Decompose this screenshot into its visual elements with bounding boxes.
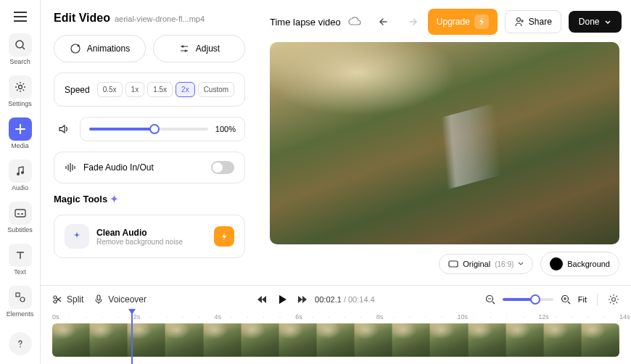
timecode: 00:02.1 / 00:14.4 bbox=[315, 295, 375, 304]
play-button[interactable] bbox=[274, 291, 290, 307]
preview-area: Time lapse video Upgrade Share Done bbox=[258, 0, 631, 285]
nav-subtitles[interactable]: Subtitles bbox=[3, 197, 38, 238]
timeline-thumbnail bbox=[279, 323, 317, 357]
speed-option[interactable]: 0.5x bbox=[97, 82, 123, 97]
nav-elements[interactable]: Elements bbox=[3, 281, 38, 322]
timeline-thumbnail bbox=[469, 323, 506, 357]
fit-button[interactable]: Fit bbox=[578, 295, 587, 304]
svg-point-2 bbox=[17, 173, 20, 175]
redo-button[interactable] bbox=[402, 14, 421, 30]
timeline-ruler[interactable]: 0s····2s····4s····6s····8s····10s····12s… bbox=[41, 313, 631, 323]
timeline-thumbnail bbox=[90, 323, 128, 357]
speed-option[interactable]: 1.5x bbox=[147, 82, 173, 97]
edit-panel: Edit Video aerial-view-drone-fl...mp4 An… bbox=[41, 0, 258, 285]
clean-audio-subtitle: Remove background noise bbox=[96, 238, 207, 246]
button-label: Voiceover bbox=[108, 294, 147, 305]
svg-point-8 bbox=[77, 45, 79, 47]
skip-forward-button[interactable] bbox=[297, 295, 308, 304]
volume-icon[interactable] bbox=[54, 119, 74, 139]
speed-option[interactable]: 1x bbox=[125, 82, 145, 97]
timeline-thumbnail bbox=[242, 323, 279, 357]
clean-audio-card[interactable]: Clean Audio Remove background noise bbox=[54, 215, 245, 258]
video-clip[interactable] bbox=[52, 323, 619, 357]
nav-label: Subtitles bbox=[7, 226, 33, 233]
timeline-thumbnail bbox=[544, 323, 582, 357]
ruler-mark: 6s bbox=[295, 313, 302, 320]
ruler-mark: 8s bbox=[376, 313, 384, 320]
person-plus-icon bbox=[514, 17, 524, 27]
shapes-icon bbox=[9, 286, 32, 309]
zoom-in-button[interactable] bbox=[561, 294, 571, 305]
music-note-icon bbox=[9, 160, 32, 183]
premium-bolt-button[interactable] bbox=[214, 226, 234, 247]
speed-control: Speed 0.5x1x1.5x2xCustom bbox=[54, 73, 245, 107]
project-name[interactable]: Time lapse video bbox=[270, 17, 341, 28]
settings-icon bbox=[9, 75, 32, 99]
svg-point-13 bbox=[54, 296, 57, 299]
undo-button[interactable] bbox=[376, 14, 395, 30]
svg-point-14 bbox=[54, 300, 57, 303]
timeline-track-area[interactable] bbox=[41, 323, 631, 364]
timeline-thumbnail bbox=[204, 323, 242, 357]
timeline-thumbnail bbox=[582, 323, 619, 357]
aspect-ratio-value: (16:9) bbox=[495, 260, 514, 268]
timeline-thumbnail bbox=[355, 323, 392, 357]
timeline-settings-button[interactable] bbox=[608, 294, 619, 305]
nav-label: Media bbox=[11, 142, 29, 149]
volume-slider[interactable]: 100% bbox=[80, 117, 245, 141]
svg-rect-5 bbox=[16, 293, 20, 297]
ruler-mark: 14s bbox=[619, 313, 630, 320]
svg-rect-12 bbox=[449, 261, 458, 267]
orbit-icon bbox=[70, 43, 81, 54]
share-button[interactable]: Share bbox=[505, 10, 561, 33]
done-button[interactable]: Done bbox=[569, 11, 622, 33]
svg-point-9 bbox=[181, 46, 183, 48]
voiceover-button[interactable]: Voiceover bbox=[94, 294, 147, 305]
timeline-area: Split Voiceover 00:02.1 / 00:14.4 Fit bbox=[41, 285, 631, 364]
skip-back-button[interactable] bbox=[257, 295, 267, 304]
timeline-thumbnail bbox=[430, 323, 468, 357]
nav-search[interactable]: Search bbox=[3, 29, 38, 70]
timeline-thumbnail bbox=[506, 323, 544, 357]
svg-point-0 bbox=[16, 41, 23, 48]
nav-settings[interactable]: Settings bbox=[3, 71, 38, 112]
timeline-thumbnail bbox=[392, 323, 430, 357]
nav-audio[interactable]: Audio bbox=[3, 155, 38, 196]
fade-audio-control: Fade Audio In/Out bbox=[54, 152, 245, 183]
menu-button[interactable] bbox=[8, 6, 33, 28]
upgrade-button[interactable]: Upgrade bbox=[428, 9, 498, 35]
animations-button[interactable]: Animations bbox=[54, 35, 146, 62]
svg-rect-15 bbox=[97, 295, 100, 300]
timeline-thumbnail bbox=[165, 323, 203, 357]
ruler-mark: 4s bbox=[214, 313, 221, 320]
aspect-ratio-button[interactable]: Original (16:9) bbox=[439, 254, 533, 274]
sliders-icon bbox=[178, 43, 190, 54]
waveform-icon bbox=[65, 162, 76, 173]
video-preview[interactable] bbox=[270, 42, 619, 244]
fade-toggle[interactable] bbox=[211, 161, 234, 174]
volume-value: 100% bbox=[215, 125, 236, 133]
ruler-mark: 10s bbox=[458, 313, 469, 320]
button-label: Done bbox=[579, 17, 600, 27]
help-button[interactable] bbox=[9, 332, 32, 355]
split-button[interactable]: Split bbox=[52, 294, 83, 305]
search-icon bbox=[9, 33, 32, 57]
playhead[interactable] bbox=[131, 310, 133, 364]
fade-label: Fade Audio In/Out bbox=[83, 162, 154, 173]
magic-tools-heading: Magic Tools ✦ bbox=[54, 194, 245, 204]
zoom-out-button[interactable] bbox=[485, 294, 495, 305]
zoom-slider[interactable] bbox=[503, 298, 553, 301]
magic-wand-icon bbox=[65, 224, 89, 249]
nav-label: Text bbox=[14, 268, 26, 276]
cloud-sync-icon[interactable] bbox=[348, 17, 361, 27]
speed-option[interactable]: 2x bbox=[176, 82, 195, 97]
speed-option[interactable]: Custom bbox=[198, 82, 234, 97]
nav-media[interactable]: Media bbox=[3, 113, 38, 154]
left-nav-rail: Search Settings Media Audio Subtitles Te… bbox=[0, 0, 41, 364]
adjust-button[interactable]: Adjust bbox=[153, 35, 245, 62]
background-button[interactable]: Background bbox=[540, 252, 619, 276]
ruler-mark: 12s bbox=[538, 313, 549, 320]
svg-point-3 bbox=[21, 171, 24, 174]
timeline-thumbnail bbox=[52, 323, 90, 357]
nav-text[interactable]: Text bbox=[3, 239, 38, 280]
